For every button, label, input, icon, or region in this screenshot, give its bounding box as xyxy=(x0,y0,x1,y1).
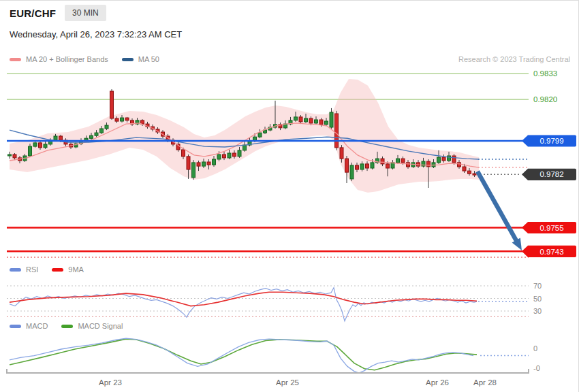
candle-body xyxy=(105,125,108,129)
x-tick-apr-28: Apr 28 xyxy=(473,378,497,387)
main-chart-legend: MA 20 + Bollinger Bands MA 50 xyxy=(10,55,173,63)
candle-body xyxy=(386,164,390,168)
candle-body xyxy=(187,157,190,169)
bollinger-band xyxy=(10,79,479,193)
candle-body xyxy=(309,118,313,123)
candle-body xyxy=(381,159,384,164)
candle-body xyxy=(13,154,16,158)
legend-item-rsi: RSI xyxy=(10,265,38,274)
macd-signal-line xyxy=(10,339,477,370)
ma50-swatch xyxy=(122,58,134,61)
ma50-label: MA 50 xyxy=(138,55,159,63)
legend-item-ma20-bollinger: MA 20 + Bollinger Bands xyxy=(10,55,108,63)
candle-body xyxy=(90,135,93,138)
candle-body xyxy=(452,156,456,163)
rsi-9ma-swatch xyxy=(52,268,63,272)
candle-body xyxy=(315,120,318,123)
candle-body xyxy=(29,146,32,156)
candle-body xyxy=(463,167,466,171)
candle-body xyxy=(442,157,445,161)
candle-body xyxy=(319,120,323,125)
legend-item-macd-signal: MACD Signal xyxy=(61,322,123,330)
candle-body xyxy=(110,91,114,118)
header-bar: EUR/CHF 30 MIN xyxy=(0,1,578,26)
candle-body xyxy=(207,162,210,165)
candle-body xyxy=(115,118,119,121)
rsi-swatch xyxy=(10,268,21,272)
level-label-0.9833: 0.9833 xyxy=(533,69,557,78)
candle-body xyxy=(125,118,129,120)
macd-grid-label--0: -0 xyxy=(533,364,540,372)
candle-body xyxy=(39,143,42,148)
level-label-0.9820: 0.9820 xyxy=(533,95,557,103)
candle-body xyxy=(213,159,216,165)
ma20-bollinger-label: MA 20 + Bollinger Bands xyxy=(26,55,108,63)
macd-line xyxy=(10,338,473,373)
candle-body xyxy=(360,164,364,169)
x-tick-apr-26: Apr 26 xyxy=(426,378,449,387)
rsi-grid-label-30: 30 xyxy=(533,307,542,315)
candle-body xyxy=(407,163,410,167)
ma20-bollinger-swatch xyxy=(10,58,21,61)
macd-signal-label: MACD Signal xyxy=(78,322,123,330)
candle-body xyxy=(54,136,57,140)
rsi-grid-label-50: 50 xyxy=(533,295,542,303)
candle-body xyxy=(330,112,333,127)
candle-body xyxy=(294,117,298,120)
candle-body xyxy=(44,144,47,148)
rsi-line xyxy=(10,288,477,321)
macd-swatch xyxy=(10,325,21,328)
x-axis xyxy=(7,369,529,373)
legend-item-ma50: MA 50 xyxy=(122,55,159,63)
macd-signal-swatch xyxy=(61,325,73,328)
chart-datetime: Wednesday, April 26, 2023 7:32:23 AM CET xyxy=(0,25,578,43)
legend-item-macd: MACD xyxy=(10,322,48,330)
candle-body xyxy=(299,117,302,122)
candle-body xyxy=(473,174,476,175)
candle-body xyxy=(95,133,98,135)
candle-body xyxy=(350,165,354,179)
research-credit: Research © 2023 Trading Central xyxy=(458,55,570,63)
candle-body xyxy=(468,171,471,174)
macd-grid-label-0: 0 xyxy=(533,344,537,353)
candle-body xyxy=(223,154,226,158)
candle-body xyxy=(366,164,369,168)
candle-body xyxy=(182,150,185,157)
candle-body xyxy=(401,159,405,163)
candle-body xyxy=(197,163,200,166)
candle-body xyxy=(100,129,104,133)
chart-widget: EUR/CHF 30 MIN Wednesday, April 26, 2023… xyxy=(0,0,579,392)
candle-body xyxy=(228,153,231,158)
x-tick-apr-23: Apr 23 xyxy=(99,378,122,387)
candle-body xyxy=(396,159,400,163)
candle-body xyxy=(345,159,349,172)
candle-body xyxy=(427,161,431,167)
candle-body xyxy=(59,136,63,140)
projection-arrow-shaft xyxy=(478,172,517,242)
candle-body xyxy=(238,150,241,157)
rsi-9ma-line xyxy=(10,292,477,306)
candle-body xyxy=(325,121,328,125)
price-badge-label-0.9743: 0.9743 xyxy=(539,248,563,256)
candle-body xyxy=(121,118,124,121)
price-badge-label-0.9799: 0.9799 xyxy=(539,137,563,145)
rsi-9ma-label: 9MA xyxy=(68,265,84,274)
rsi-legend: RSI 9MA xyxy=(10,265,97,274)
candle-body xyxy=(371,163,374,168)
macd-label: MACD xyxy=(26,322,48,330)
candle-body xyxy=(340,148,343,159)
price-badge-label-0.9782: 0.9782 xyxy=(539,170,563,178)
candle-body xyxy=(33,143,37,146)
candle-body xyxy=(335,114,339,148)
macd-legend: MACD MACD Signal xyxy=(10,322,136,330)
timeframe-badge: 30 MIN xyxy=(65,5,106,21)
x-tick-apr-25: Apr 25 xyxy=(276,378,299,387)
candle-body xyxy=(192,163,195,178)
candle-body xyxy=(437,157,441,163)
candle-body xyxy=(217,154,221,159)
candle-body xyxy=(356,165,359,169)
legend-item-9ma: 9MA xyxy=(52,265,84,274)
price-badge-label-0.9755: 0.9755 xyxy=(539,224,563,232)
rsi-grid-label-70: 70 xyxy=(533,282,542,290)
candle-body xyxy=(233,153,236,157)
